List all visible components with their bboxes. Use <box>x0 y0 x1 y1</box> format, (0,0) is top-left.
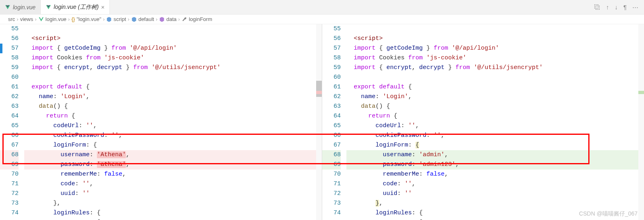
diff-editor: 55 56 57 58 59 60 61 62 63 64 65 66 67 6… <box>0 24 644 220</box>
tab-bar: login.vue login.vue (工作树) × ⿻ ↑ ↓ ¶ ⋯ <box>0 0 644 15</box>
diff-added-line: username: 'admin', <box>346 150 638 160</box>
arrow-down-icon[interactable]: ↓ <box>615 4 618 10</box>
compare-icon[interactable]: ⿻ <box>594 4 600 10</box>
crumb-loginform[interactable]: loginForm <box>182 16 212 22</box>
left-pane[interactable]: 55 56 57 58 59 60 61 62 63 64 65 66 67 6… <box>0 24 322 220</box>
tab-login[interactable]: login.vue <box>0 0 41 14</box>
breadcrumb: src › views › login.vue › {}"login.vue" … <box>0 15 644 24</box>
wrench-icon <box>182 17 187 22</box>
crumb-src[interactable]: src <box>8 16 15 22</box>
close-icon[interactable]: × <box>101 4 105 10</box>
cube-icon <box>106 17 112 22</box>
crumb-file[interactable]: login.vue <box>38 16 67 22</box>
arrow-up-icon[interactable]: ↑ <box>606 4 609 10</box>
diff-added-line: password: 'admin123', <box>346 160 638 170</box>
cube-icon <box>159 17 165 22</box>
left-code[interactable]: <script> import { getCodeImg } from '@/a… <box>24 24 316 220</box>
chevron-right-icon: › <box>103 16 105 22</box>
right-gutter: 55 56 57 58 59 60 61 62 63 64 65 66 67 6… <box>322 24 346 220</box>
right-pane[interactable]: 55 56 57 58 59 60 61 62 63 64 65 66 67 6… <box>322 24 644 220</box>
chevron-right-icon: › <box>17 16 18 22</box>
crumb-data[interactable]: data <box>159 16 176 22</box>
cube-icon <box>131 17 137 22</box>
pilcrow-icon[interactable]: ¶ <box>623 4 627 10</box>
more-icon[interactable]: ⋯ <box>632 4 638 11</box>
tab-label: login.vue <box>13 4 36 10</box>
tab-label: login.vue (工作树) <box>54 4 99 11</box>
crumb-component[interactable]: {}"login.vue" <box>71 16 101 22</box>
crumb-script[interactable]: script <box>106 16 126 22</box>
tab-login-working-tree[interactable]: login.vue (工作树) × <box>41 0 110 14</box>
left-gutter: 55 56 57 58 59 60 61 62 63 64 65 66 67 6… <box>0 24 24 220</box>
diff-removed-line: username: 'Athena', <box>24 150 316 160</box>
right-code[interactable]: <script> import { getCodeImg } from '@/a… <box>346 24 638 220</box>
crumb-default[interactable]: default <box>131 16 154 22</box>
right-minimap[interactable] <box>638 24 644 220</box>
chevron-right-icon: › <box>128 16 129 22</box>
chevron-right-icon: › <box>178 16 180 22</box>
chevron-right-icon: › <box>35 16 36 22</box>
vue-icon <box>46 4 51 10</box>
left-minimap[interactable] <box>316 24 322 220</box>
cursor-indicator <box>0 44 2 53</box>
chevron-right-icon: › <box>68 16 70 22</box>
diff-removed-line: password: 'athena', <box>24 160 316 170</box>
vue-icon <box>38 17 44 22</box>
editor-actions: ⿻ ↑ ↓ ¶ ⋯ <box>589 0 644 14</box>
watermark: CSDN @喵喵酱仔_067 <box>579 210 638 218</box>
vue-icon <box>5 4 10 10</box>
tabs-left: login.vue login.vue (工作树) × <box>0 0 110 14</box>
chevron-right-icon: › <box>156 16 157 22</box>
crumb-views[interactable]: views <box>20 16 34 22</box>
